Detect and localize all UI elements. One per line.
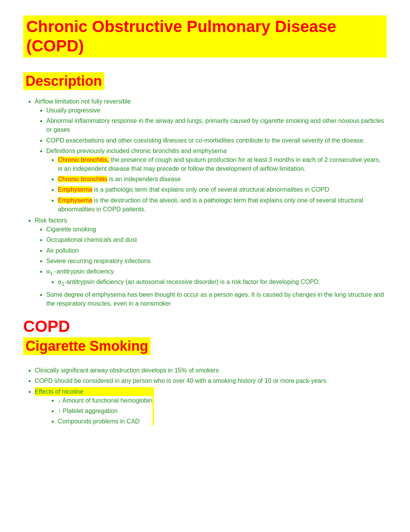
cigarette-smoking-list: Clinically significant airway obstructio… (23, 366, 387, 426)
list-item: Usually progressive (46, 106, 387, 115)
list-item: Occupational chemicals and dust (46, 235, 387, 244)
description-list: Airflow limitation not fully reversible … (23, 97, 387, 308)
list-item: Chronic bronchitis is an independent dis… (58, 175, 387, 184)
copd-label: COPD (23, 317, 70, 336)
list-item: COPD exacerbations and other coexisting … (46, 136, 387, 145)
list-item: Abnormal inflammatory response in the ai… (46, 116, 387, 134)
list-item: α1 -antitrypsin deficiency α1-antitrypsi… (46, 267, 387, 288)
list-item: ↑ Platelet aggregation (58, 406, 152, 415)
list-item: Risk factors Cigarette smoking Occupatio… (35, 216, 387, 308)
description-title: Description (23, 72, 104, 90)
list-item: Airflow limitation not fully reversible … (35, 97, 387, 214)
list-item: Compounds problems in CAD (58, 417, 152, 426)
list-item: Severe recurring respiratory infections (46, 257, 387, 265)
list-item: Some degree of emphysema has been though… (46, 290, 387, 308)
list-item: Emphysema is the destruction of the alve… (58, 196, 387, 214)
list-item: Emphysema is a pathologic term that expl… (58, 185, 387, 194)
list-item: Definitions previously included chronic … (46, 146, 387, 214)
list-item: Air pollution (46, 246, 387, 255)
main-title: Chronic Obstructive Pulmonary Disease (C… (23, 15, 387, 58)
list-item: COPD should be considered in any person … (35, 376, 387, 385)
list-item: ↓ Amount of functional hemoglobin (58, 396, 152, 405)
list-item: Cigarette smoking (46, 225, 387, 234)
list-item: α1-antitrypsin deficiency (an autosomal … (58, 277, 387, 288)
list-item: Clinically significant airway obstructio… (35, 366, 387, 375)
list-item: Chronic bronchitis, the presence of coug… (58, 155, 387, 173)
cigarette-smoking-title: Cigarette Smoking (23, 337, 151, 355)
list-item: Effects of nicotine ↓ Amount of function… (35, 387, 154, 426)
item-text: Airflow limitation not fully reversible (35, 98, 131, 105)
risk-factors-label: Risk factors (35, 217, 67, 224)
